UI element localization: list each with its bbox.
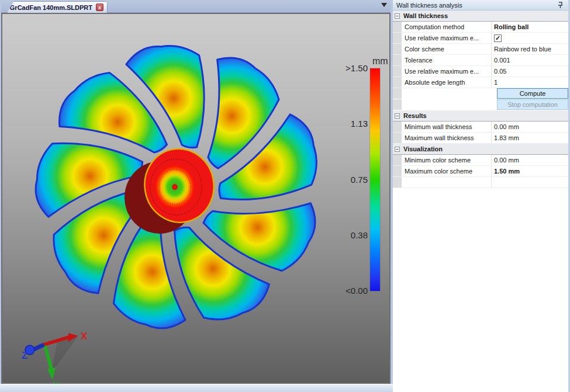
close-icon[interactable]: x (96, 4, 103, 11)
collapse-icon[interactable] (395, 113, 400, 119)
property-row[interactable]: Color schemeRainbow red to blue (393, 44, 568, 55)
property-label: Use relative maximum e... (402, 34, 491, 41)
checkbox[interactable]: ✓ (494, 34, 502, 42)
row-gutter (393, 66, 402, 77)
property-row[interactable]: Computation methodRolling ball (393, 22, 568, 33)
colorbar-tick-label: 0.75 (327, 175, 368, 185)
wall-thickness-analysis-panel: Wall thickness analysis Wall thicknessCo… (393, 0, 568, 392)
group-label: Wall thickness (400, 12, 448, 19)
document-tab[interactable]: GrCadFan 140mm.SLDPRT x (7, 1, 108, 13)
property-value[interactable]: 1 (491, 77, 568, 88)
3d-viewport[interactable]: mm >1.501.130.750.38<0.00 X Y Z (1, 13, 391, 384)
property-label: Absolute edge length (402, 79, 491, 86)
chevron-down-icon[interactable] (381, 3, 387, 7)
collapse-icon[interactable] (395, 13, 400, 19)
row-spacer (402, 99, 497, 110)
property-value[interactable]: 1.83 mm (491, 133, 568, 143)
row-gutter (393, 44, 402, 54)
row-gutter (393, 55, 402, 65)
colorbar-unit-label: mm (372, 56, 388, 67)
property-row[interactable]: Absolute edge length1 (393, 77, 568, 88)
property-label: Minimum wall thickness (402, 123, 491, 130)
group-row[interactable]: Results (393, 110, 568, 122)
colorbar-tick-label: 0.38 (327, 230, 368, 240)
row-gutter (393, 33, 402, 43)
row-gutter (393, 99, 402, 110)
property-value[interactable]: Rolling ball (491, 22, 568, 32)
property-value[interactable]: ✓ (491, 33, 568, 43)
property-label: Use relative maximum e... (402, 68, 491, 75)
row-gutter (393, 177, 402, 188)
group-row[interactable]: Wall thickness (393, 11, 568, 22)
colorbar (370, 68, 380, 291)
document-tab-bar: GrCadFan 140mm.SLDPRT x (1, 0, 391, 13)
button-row: Stop computation (393, 99, 568, 110)
property-label: Tolerance (402, 57, 491, 64)
property-value (491, 177, 568, 188)
property-label: Computation method (402, 23, 491, 30)
property-value[interactable]: 0.00 mm (491, 155, 568, 165)
group-label: Results (400, 112, 427, 119)
empty-row (393, 177, 568, 188)
row-spacer (402, 88, 497, 99)
row-gutter (393, 122, 402, 132)
property-value[interactable]: 0.00 mm (491, 122, 568, 132)
colorbar-tick-label: 1.13 (327, 119, 368, 129)
property-row[interactable]: Maximum wall thickness1.83 mm (393, 133, 568, 144)
panel-title: Wall thickness analysis (396, 2, 462, 9)
property-label: Maximum color scheme (402, 168, 491, 175)
property-value[interactable]: 0.001 (491, 55, 568, 65)
property-label: Maximum wall thickness (402, 134, 491, 141)
collapse-icon[interactable] (395, 147, 400, 152)
property-row[interactable]: Maximum color scheme1.50 mm (393, 166, 568, 177)
colorbar-tick-label: <0.00 (327, 286, 368, 296)
row-gutter (393, 133, 402, 143)
property-label: Minimum color scheme (402, 157, 491, 164)
colorbar-tick-label: >1.50 (327, 63, 368, 73)
document-tab-title: GrCadFan 140mm.SLDPRT (10, 4, 92, 11)
x-axis-label: X (81, 332, 88, 342)
property-row[interactable]: Tolerance0.001 (393, 55, 568, 66)
property-row[interactable]: Minimum color scheme0.00 mm (393, 155, 568, 166)
panel-header: Wall thickness analysis (393, 0, 568, 11)
row-gutter (393, 166, 402, 176)
pin-icon[interactable] (557, 2, 564, 9)
window-resize-bar (0, 384, 393, 392)
button-row: Compute (393, 88, 568, 99)
group-row[interactable]: Visualization (393, 144, 568, 155)
property-grid: Wall thicknessComputation methodRolling … (393, 11, 568, 188)
property-row[interactable]: Use relative maximum e...0.05 (393, 66, 568, 77)
row-gutter (393, 155, 402, 165)
property-value[interactable]: Rainbow red to blue (491, 44, 568, 54)
property-label: Color scheme (402, 46, 491, 53)
row-gutter (393, 22, 402, 32)
compute-button[interactable]: Compute (497, 88, 568, 99)
row-gutter (393, 88, 402, 99)
row-gutter (393, 77, 402, 88)
property-row[interactable]: Use relative maximum e...✓ (393, 33, 568, 44)
group-label: Visualization (400, 145, 443, 152)
property-row[interactable]: Minimum wall thickness0.00 mm (393, 122, 568, 133)
orientation-triad-icon: X Y Z (12, 332, 99, 392)
property-value[interactable]: 1.50 mm (491, 166, 568, 176)
property-value[interactable]: 0.05 (491, 66, 568, 77)
stop-computation-button[interactable]: Stop computation (497, 99, 568, 110)
z-axis-label: Z (22, 350, 27, 361)
